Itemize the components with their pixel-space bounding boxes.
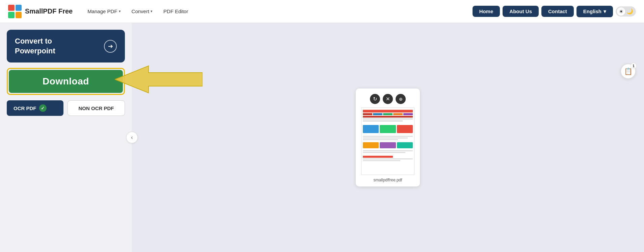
- logo-icon: [8, 5, 22, 18]
- manage-pdf-label: Manage PDF: [87, 8, 117, 14]
- pdf-preview-card: ↻ ✕ ⊕: [356, 89, 420, 186]
- moon-icon: 🌙: [626, 8, 633, 15]
- language-label: English: [583, 8, 601, 14]
- pdf-editor-label: PDF Editor: [163, 8, 188, 14]
- ocr-row: OCR PDF ✓ NON OCR PDF: [7, 100, 125, 116]
- sidebar-collapse-button[interactable]: ‹: [126, 132, 138, 143]
- contact-button[interactable]: Contact: [541, 6, 574, 17]
- ocr-pdf-button[interactable]: OCR PDF ✓: [7, 100, 63, 116]
- manage-pdf-menu[interactable]: Manage PDF ▾: [83, 6, 125, 17]
- sun-icon: ☀: [617, 7, 625, 16]
- main-layout: Convert toPowerpoint ➔ Download OCR PDF …: [0, 23, 644, 252]
- navbar: SmallPDF Free Manage PDF ▾ Convert ▾ PDF…: [0, 0, 644, 23]
- nav-links: Manage PDF ▾ Convert ▾ PDF Editor: [83, 6, 192, 17]
- convert-label: Convert: [132, 8, 150, 14]
- language-button[interactable]: English ▾: [576, 6, 613, 17]
- notification-icon: 📋 1: [620, 64, 636, 79]
- notification-count: 1: [630, 63, 637, 69]
- refresh-icon[interactable]: ↻: [370, 94, 380, 104]
- notification-num: 📋: [624, 67, 633, 75]
- download-wrapper: Download: [7, 68, 125, 95]
- home-button[interactable]: Home: [473, 6, 500, 17]
- ocr-check-icon: ✓: [39, 104, 47, 112]
- about-us-button[interactable]: About Us: [503, 6, 539, 17]
- nav-right: Home About Us Contact English ▾ ☀ 🌙: [473, 6, 636, 17]
- convert-menu[interactable]: Convert ▾: [128, 6, 157, 17]
- non-ocr-pdf-button[interactable]: NON OCR PDF: [68, 100, 125, 116]
- convert-chevron-icon: ▾: [151, 9, 153, 14]
- download-button[interactable]: Download: [9, 70, 123, 93]
- convert-to-powerpoint-button[interactable]: Convert toPowerpoint ➔: [7, 30, 125, 62]
- pdf-editor-menu[interactable]: PDF Editor: [159, 6, 192, 17]
- circle-arrow-icon: ➔: [104, 40, 117, 53]
- logo-area: SmallPDF Free: [8, 5, 73, 18]
- notification-badge[interactable]: 📋 1: [620, 64, 636, 79]
- convert-title: Convert toPowerpoint: [15, 36, 55, 56]
- manage-pdf-chevron-icon: ▾: [119, 9, 121, 14]
- dark-mode-toggle[interactable]: ☀ 🌙: [616, 6, 636, 17]
- pdf-toolbar: ↻ ✕ ⊕: [370, 94, 406, 104]
- app-title: SmallPDF Free: [25, 7, 73, 15]
- zoom-in-icon[interactable]: ⊕: [396, 94, 406, 104]
- preview-area: ↻ ✕ ⊕: [132, 23, 644, 252]
- ocr-pdf-label: OCR PDF: [14, 105, 36, 111]
- language-chevron-icon: ▾: [603, 8, 606, 15]
- sidebar: Convert toPowerpoint ➔ Download OCR PDF …: [0, 23, 132, 252]
- close-icon[interactable]: ✕: [383, 94, 393, 104]
- pdf-filename: smallpdffree.pdf: [373, 178, 402, 182]
- pdf-thumbnail: [361, 107, 414, 175]
